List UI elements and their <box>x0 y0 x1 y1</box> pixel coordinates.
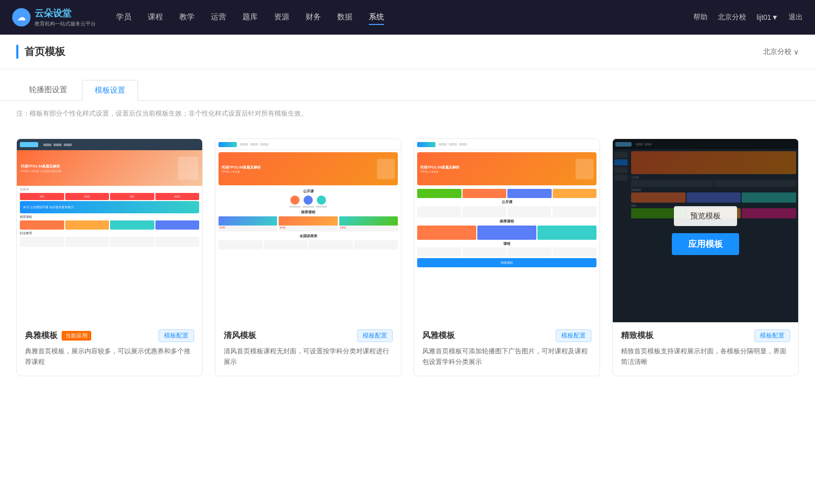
nav-item-finance[interactable]: 财务 <box>306 10 321 25</box>
nav-item-data[interactable]: 数据 <box>337 10 352 25</box>
apply-btn-4[interactable]: 应用模板 <box>672 233 739 255</box>
chevron-down-icon: ∨ <box>794 48 799 56</box>
template-preview-qingfeng: 托福TPO1-54真题及解析 PDF版 口语答案 公开课 <box>215 139 401 322</box>
template-name-row-2: 清风模板 模板配置 <box>224 329 393 342</box>
templates-section: 托福TPO1-54真题及解析 PDF版 口语答案 口语批改 雅思优惠 优惠券 ¥… <box>0 126 815 388</box>
nav-item-teaching[interactable]: 教学 <box>179 10 195 25</box>
template-preview-jingzhi: 公开课 推荐课程 <box>613 139 798 322</box>
nav-help[interactable]: 帮助 <box>693 13 708 22</box>
page-header: 首页模板 北京分校 ∨ <box>0 35 815 69</box>
nav-item-system[interactable]: 系统 <box>369 10 384 25</box>
nav-item-operation[interactable]: 运营 <box>211 10 226 25</box>
template-name-row-1: 典雅模板 当前应用 模板配置 <box>25 329 194 342</box>
template-preview-dianyan: 托福TPO1-54真题及解析 PDF版 口语答案 口语批改 雅思优惠 优惠券 ¥… <box>17 139 202 322</box>
template-card-dianyan: 托福TPO1-54真题及解析 PDF版 口语答案 口语批改 雅思优惠 优惠券 ¥… <box>16 138 203 376</box>
preview-btn-4[interactable]: 预览模板 <box>674 206 737 226</box>
template-desc-2: 清风首页模板课程无封面，可设置按学科分类对课程进行展示 <box>224 346 393 368</box>
logo-icon: ☁ <box>12 8 31 26</box>
nav-item-question[interactable]: 题库 <box>242 10 258 25</box>
config-btn-2[interactable]: 模板配置 <box>357 329 393 342</box>
template-footer-4: 精致模板 模板配置 精致首页模板支持课程展示封面，各模板分隔明显，界面简洁清晰 <box>613 322 798 376</box>
template-footer-1: 典雅模板 当前应用 模板配置 典雅首页模板，展示内容较多，可以展示优惠券和多个推… <box>17 322 202 376</box>
branch-selector[interactable]: 北京分校 ∨ <box>763 47 799 57</box>
template-name-row-4: 精致模板 模板配置 <box>621 329 790 342</box>
logo: ☁ 云朵设堂 教育机构一站式服务云平台 <box>12 7 96 27</box>
template-footer-2: 清风模板 模板配置 清风首页模板课程无封面，可设置按学科分类对课程进行展示 <box>215 322 401 376</box>
template-desc-4: 精致首页模板支持课程展示封面，各模板分隔明显，界面简洁清晰 <box>621 346 790 368</box>
nav-logout[interactable]: 退出 <box>789 13 803 22</box>
apply-btn-3[interactable]: 应用模板 <box>473 234 540 256</box>
navigation: ☁ 云朵设堂 教育机构一站式服务云平台 学员 课程 教学 运营 题库 资源 财务… <box>0 0 815 35</box>
nav-user[interactable]: lijt01▼ <box>756 13 778 21</box>
preview-btn-1[interactable]: 预览模板 <box>78 206 141 226</box>
template-name-1: 典雅模板 <box>25 330 58 341</box>
config-btn-3[interactable]: 模板配置 <box>556 329 591 342</box>
config-btn-1[interactable]: 模板配置 <box>158 329 194 342</box>
tab-carousel[interactable]: 轮播图设置 <box>16 79 80 100</box>
nav-branch[interactable]: 北京分校 <box>718 13 746 22</box>
page-content: 首页模板 北京分校 ∨ 轮播图设置 模板设置 注：模板有部分个性化样式设置，设置… <box>0 35 815 504</box>
logo-text: 云朵设堂 教育机构一站式服务云平台 <box>35 7 96 27</box>
template-footer-3: 风雅模板 模板配置 风雅首页模板可添加轮播图下广告图片，可对课程及课程包设置学科… <box>414 322 600 376</box>
nav-item-student[interactable]: 学员 <box>116 10 131 25</box>
brand-sub: 教育机构一站式服务云平台 <box>35 20 96 27</box>
nav-item-resource[interactable]: 资源 <box>274 10 289 25</box>
current-badge-1: 当前应用 <box>62 331 91 341</box>
templates-grid: 托福TPO1-54真题及解析 PDF版 口语答案 口语批改 雅思优惠 优惠券 ¥… <box>16 138 799 376</box>
tab-template[interactable]: 模板设置 <box>82 80 138 101</box>
nav-item-course[interactable]: 课程 <box>148 10 163 25</box>
template-name-4: 精致模板 <box>621 330 654 341</box>
template-card-qingfeng: 托福TPO1-54真题及解析 PDF版 口语答案 公开课 <box>215 138 401 376</box>
branch-name: 北京分校 <box>763 47 792 57</box>
page-title: 首页模板 <box>16 45 65 59</box>
template-card-fengya: 托福TPO1-54真题及解析 PDF版 口语答案 <box>414 138 600 376</box>
template-name-3: 风雅模板 <box>422 330 455 341</box>
template-name-row-3: 风雅模板 模板配置 <box>422 329 591 342</box>
config-btn-4[interactable]: 模板配置 <box>754 329 790 342</box>
nav-right: 帮助 北京分校 lijt01▼ 退出 <box>693 13 803 22</box>
template-name-2: 清风模板 <box>224 330 256 341</box>
note-text: 注：模板有部分个性化样式设置，设置后仅当前模板生效；非个性化样式设置后针对所有模… <box>0 101 815 126</box>
selected-overlay-4: 预览模板 应用模板 <box>613 139 798 322</box>
brand-name: 云朵设堂 <box>35 7 96 20</box>
template-preview-fengya: 托福TPO1-54真题及解析 PDF版 口语答案 <box>414 139 600 322</box>
preview-btn-3[interactable]: 预览模板 <box>475 206 538 226</box>
apply-btn-1[interactable]: 应用模板 <box>76 234 143 256</box>
template-desc-3: 风雅首页模板可添加轮播图下广告图片，可对课程及课程包设置学科分类展示 <box>422 346 591 368</box>
template-card-jingzhi: 公开课 推荐课程 <box>612 138 799 376</box>
preview-btn-2[interactable]: 预览模板 <box>277 206 340 226</box>
nav-menu: 学员 课程 教学 运营 题库 资源 财务 数据 系统 <box>116 10 693 25</box>
tabs-container: 轮播图设置 模板设置 <box>0 69 815 101</box>
template-desc-1: 典雅首页模板，展示内容较多，可以展示优惠券和多个推荐课程 <box>25 346 194 368</box>
apply-btn-2[interactable]: 应用模板 <box>275 234 342 256</box>
